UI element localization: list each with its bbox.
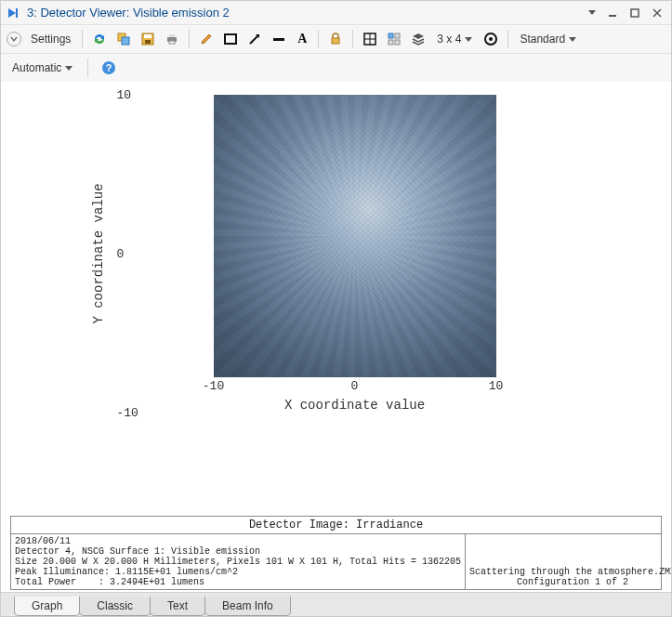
svg-rect-11 [169, 34, 175, 37]
tile-icon [387, 32, 402, 46]
tab-graph[interactable]: Graph [14, 597, 80, 616]
x-tick: -10 [203, 379, 224, 393]
chevron-down-icon [569, 37, 576, 42]
grid-size-label: 3 x 4 [437, 33, 461, 46]
lock-button[interactable] [324, 29, 347, 49]
svg-rect-15 [273, 38, 284, 41]
tabbar: Graph Classic Text Beam Info [1, 592, 671, 616]
save-icon [140, 32, 155, 46]
svg-rect-1 [609, 15, 616, 17]
split-icon [362, 32, 377, 46]
tab-beam-info[interactable]: Beam Info [204, 597, 291, 616]
svg-rect-16 [332, 38, 339, 44]
tab-text[interactable]: Text [150, 597, 205, 616]
lock-icon [328, 32, 343, 46]
automatic-dropdown[interactable]: Automatic [7, 59, 78, 77]
grid-size-dropdown[interactable]: 3 x 4 [431, 30, 478, 48]
target-icon [483, 32, 498, 46]
x-tick: 0 [351, 379, 359, 393]
svg-rect-21 [395, 33, 400, 38]
close-button[interactable] [649, 5, 665, 21]
minimize-button[interactable] [604, 5, 621, 21]
text-a-icon: A [297, 32, 307, 46]
content-area: Y coordinate value 10 0 -10 -10 0 10 X c… [1, 82, 671, 592]
target-button[interactable] [480, 29, 502, 49]
info-left: 2018/06/11 Detector 4, NSCG Surface 1: V… [11, 534, 466, 589]
chart-area: Y coordinate value 10 0 -10 -10 0 10 X c… [10, 89, 662, 510]
info-right: Scattering through the atmosphere.ZMX Co… [466, 534, 671, 589]
svg-text:?: ? [106, 62, 112, 73]
y-axis-label: Y coordinate value [91, 183, 106, 323]
print-button[interactable] [161, 29, 183, 49]
info-panel: Detector Image: Irradiance 2018/06/11 De… [10, 516, 662, 590]
arrow-button[interactable] [244, 29, 266, 49]
expand-settings-icon[interactable] [7, 32, 21, 46]
maximize-button[interactable] [626, 5, 643, 21]
app-icon [7, 6, 21, 20]
rectangle-button[interactable] [219, 29, 242, 49]
detector-viewer-window: 3: Detector Viewer: Visible emission 2 S… [0, 0, 672, 617]
toolbar-row-2: Automatic ? [1, 54, 671, 82]
refresh-button[interactable] [88, 29, 111, 49]
svg-rect-9 [145, 40, 151, 44]
settings-button[interactable]: Settings [25, 30, 76, 48]
layers-icon [411, 32, 426, 46]
split-window-button[interactable] [359, 29, 381, 49]
svg-rect-22 [389, 40, 393, 45]
svg-rect-12 [169, 41, 175, 44]
line-thick-icon [271, 32, 286, 46]
y-tick: -10 [117, 406, 138, 420]
copy-button[interactable] [112, 29, 135, 49]
svg-line-14 [250, 35, 258, 44]
svg-rect-20 [389, 33, 393, 38]
tile-window-button[interactable] [383, 29, 405, 49]
automatic-label: Automatic [12, 61, 61, 74]
copy-icon [116, 32, 131, 46]
svg-rect-0 [16, 8, 18, 18]
svg-rect-13 [225, 34, 236, 44]
x-tick: 10 [489, 379, 504, 393]
detector-heatmap[interactable] [214, 95, 496, 377]
chevron-down-icon [465, 37, 472, 42]
svg-point-25 [489, 37, 493, 41]
pencil-icon [199, 32, 214, 46]
rectangle-icon [223, 32, 238, 46]
help-icon: ? [101, 60, 116, 75]
save-button[interactable] [137, 29, 159, 49]
toolbar: Settings A [1, 25, 671, 54]
settings-label: Settings [31, 33, 71, 46]
window-title: 3: Detector Viewer: Visible emission 2 [27, 6, 576, 20]
chart-frame: Y coordinate value 10 0 -10 -10 0 10 X c… [160, 95, 550, 413]
refresh-icon [92, 32, 107, 46]
svg-rect-23 [395, 40, 400, 45]
line-button[interactable] [268, 29, 290, 49]
x-axis-label: X coordinate value [160, 398, 550, 413]
tab-classic[interactable]: Classic [79, 597, 151, 616]
y-tick: 0 [117, 247, 125, 261]
help-button[interactable]: ? [98, 58, 120, 78]
arrow-icon [247, 32, 262, 46]
print-icon [165, 32, 179, 46]
svg-rect-6 [122, 37, 129, 45]
svg-rect-2 [631, 9, 639, 17]
standard-dropdown[interactable]: Standard [514, 30, 582, 48]
pencil-button[interactable] [195, 29, 217, 49]
svg-rect-8 [144, 34, 152, 38]
dropdown-button[interactable] [582, 5, 599, 21]
standard-label: Standard [520, 33, 565, 46]
layers-button[interactable] [407, 29, 429, 49]
titlebar: 3: Detector Viewer: Visible emission 2 [1, 1, 671, 25]
text-button[interactable]: A [292, 29, 312, 49]
y-tick: 10 [117, 88, 132, 102]
chevron-down-icon [65, 66, 72, 71]
info-title: Detector Image: Irradiance [11, 517, 661, 534]
